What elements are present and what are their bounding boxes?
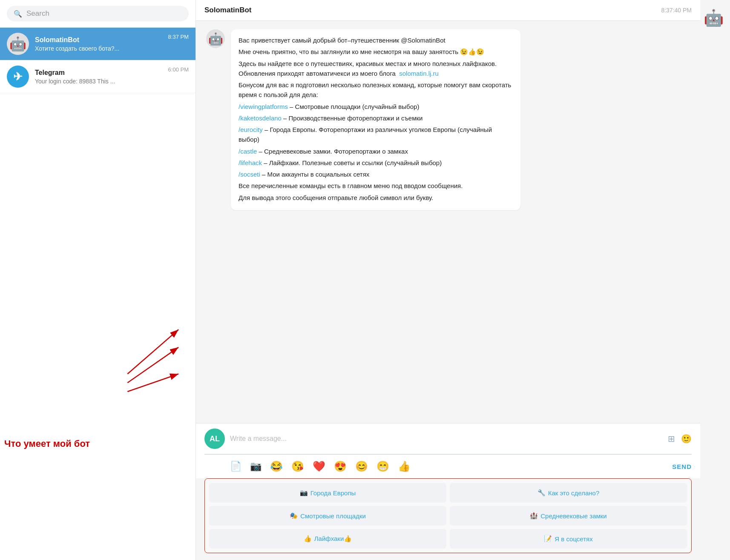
sidebar: 🔍 Search 🤖 SolomatinBot Хотите создать с… <box>0 0 196 560</box>
emoji-thumbs[interactable]: 👍 <box>398 460 411 472</box>
attach-file-icon[interactable]: 📄 <box>230 461 241 472</box>
chat-main: SolomatinBot 8:37:40 PM 🤖 Вас приветству… <box>196 0 700 560</box>
messages-area: 🤖 Вас приветствует самый добрый бот–путе… <box>196 21 700 423</box>
kb-icon-kaketosdelano: 🔧 <box>537 489 546 497</box>
svg-line-2 <box>127 374 178 391</box>
emoji-love[interactable]: 😍 <box>334 460 347 472</box>
message-bubble: Вас приветствует самый добрый бот–путеше… <box>231 29 520 210</box>
chat-item-solomatinbot[interactable]: 🤖 SolomatinBot Хотите создать своего бот… <box>0 28 195 60</box>
emoji-smile[interactable]: 😊 <box>355 460 368 472</box>
cmd-viewingplatforms: /viewingplatforms – Смотровые площадки (… <box>239 102 513 111</box>
cmd-socseti: /socseti – Мои аккаунты в социальных сет… <box>239 169 513 179</box>
emoji-icon[interactable]: 🙂 <box>681 434 692 444</box>
emoji-kiss[interactable]: 😘 <box>291 460 304 472</box>
blog-link[interactable]: solomatin.lj.ru <box>399 70 439 77</box>
arrows-svg <box>0 294 195 560</box>
header-time: 8:37:40 PM <box>661 7 692 14</box>
msg-line2: Мне очень приятно, что вы заглянули ко м… <box>239 47 513 57</box>
avatar-solomatinbot: 🤖 <box>7 33 29 55</box>
message-text-input[interactable]: Write a message... <box>230 435 663 443</box>
search-icon: 🔍 <box>14 10 22 18</box>
svg-line-0 <box>127 329 178 374</box>
kb-btn-viewingplatforms[interactable]: 🎭 Смотровые площадки <box>209 506 446 526</box>
chat-preview-telegram: Your login code: 89883 This ... <box>35 78 162 85</box>
msg-footer2: Для вывода этого сообщения отправьте люб… <box>239 193 513 203</box>
chat-list: 🤖 SolomatinBot Хотите создать своего бот… <box>0 28 195 294</box>
kb-btn-castle[interactable]: 🏰 Средневековые замки <box>450 506 687 526</box>
cmd-lifehack: /lifehack – Лайфхаки. Полезные советы и … <box>239 158 513 168</box>
input-area: AL Write a message... ⊞ 🙂 📄 📷 😂 😘 ❤️ 😍 😊… <box>196 423 700 478</box>
search-bar: 🔍 Search <box>0 0 195 28</box>
chat-item-telegram[interactable]: ✈ Telegram Your login code: 89883 This .… <box>0 60 195 93</box>
chat-info-solomatinbot: SolomatinBot Хотите создать своего бота?… <box>35 36 162 52</box>
chat-preview-solomatinbot: Хотите создать своего бота?... <box>35 45 162 52</box>
msg-footer1: Все перечисленные команды есть в главном… <box>239 181 513 191</box>
cmd-eurocity: /eurocity – Города Европы. Фоторепортажи… <box>239 125 513 145</box>
keyboard-icon[interactable]: ⊞ <box>668 434 675 444</box>
input-row: AL Write a message... ⊞ 🙂 <box>204 429 692 454</box>
bot-avatar-figure: 🤖 <box>208 32 223 46</box>
search-text: Search <box>26 9 49 18</box>
toolbar-row: 📄 📷 😂 😘 ❤️ 😍 😊 😁 👍 SEND <box>204 459 692 475</box>
cmd-kaketosdelano: /kaketosdelano – Производственные фоторе… <box>239 113 513 123</box>
msg-greeting: Вас приветствует самый добрый бот–путеше… <box>239 35 513 45</box>
msg-line3: Здесь вы найдете все о путешествиях, кра… <box>239 59 513 79</box>
header-bot-name: SolomatinBot <box>204 6 252 14</box>
avatar-telegram: ✈ <box>7 66 29 88</box>
message-bot: 🤖 Вас приветствует самый добрый бот–путе… <box>206 29 690 210</box>
bot-keyboard: 📷 Города Европы 🔧 Как это сделано? 🎭 Смо… <box>204 478 692 553</box>
emoji-laugh[interactable]: 😂 <box>270 460 283 472</box>
camera-icon[interactable]: 📷 <box>250 461 262 472</box>
kb-icon-viewingplatforms: 🎭 <box>290 512 298 520</box>
chat-info-telegram: Telegram Your login code: 89883 This ... <box>35 69 162 85</box>
cmd-castle: /castle – Средневековые замки. Фоторепор… <box>239 146 513 156</box>
chat-time-solomatinbot: 8:37 PM <box>168 34 189 40</box>
annotation-label: Что умеет мой бот <box>4 438 90 449</box>
kb-btn-kaketosdelano[interactable]: 🔧 Как это сделано? <box>450 483 687 503</box>
kb-icon-castle: 🏰 <box>530 512 538 520</box>
input-icons: ⊞ 🙂 <box>668 434 692 444</box>
right-avatar-figure: 🤖 <box>704 9 724 27</box>
svg-line-1 <box>127 347 178 383</box>
search-inner[interactable]: 🔍 Search <box>7 6 189 21</box>
kb-btn-lifehack[interactable]: 👍 Лайфхаки👍 <box>209 529 446 549</box>
chat-name-telegram: Telegram <box>35 69 162 77</box>
annotation-area: Что умеет мой бот <box>0 294 195 560</box>
kb-btn-eurocity[interactable]: 📷 Города Европы <box>209 483 446 503</box>
chat-name-solomatinbot: SolomatinBot <box>35 36 162 44</box>
chat-time-telegram: 6:00 PM <box>168 66 189 73</box>
kb-icon-socseti: 📝 <box>544 535 552 543</box>
chat-header: SolomatinBot 8:37:40 PM <box>196 0 700 21</box>
emoji-grin[interactable]: 😁 <box>376 460 389 472</box>
send-button[interactable]: SEND <box>672 463 692 470</box>
kb-btn-socseti[interactable]: 📝 Я в соцсетях <box>450 529 687 549</box>
user-avatar: AL <box>204 429 225 449</box>
msg-line4: Бонусом для вас я подготовил несколько п… <box>239 80 513 100</box>
bot-avatar: 🤖 <box>206 29 225 48</box>
kb-icon-eurocity: 📷 <box>300 489 308 497</box>
right-bot-avatar: 🤖 <box>700 0 730 560</box>
kb-icon-lifehack: 👍 <box>304 535 312 543</box>
emoji-heart[interactable]: ❤️ <box>313 460 325 472</box>
